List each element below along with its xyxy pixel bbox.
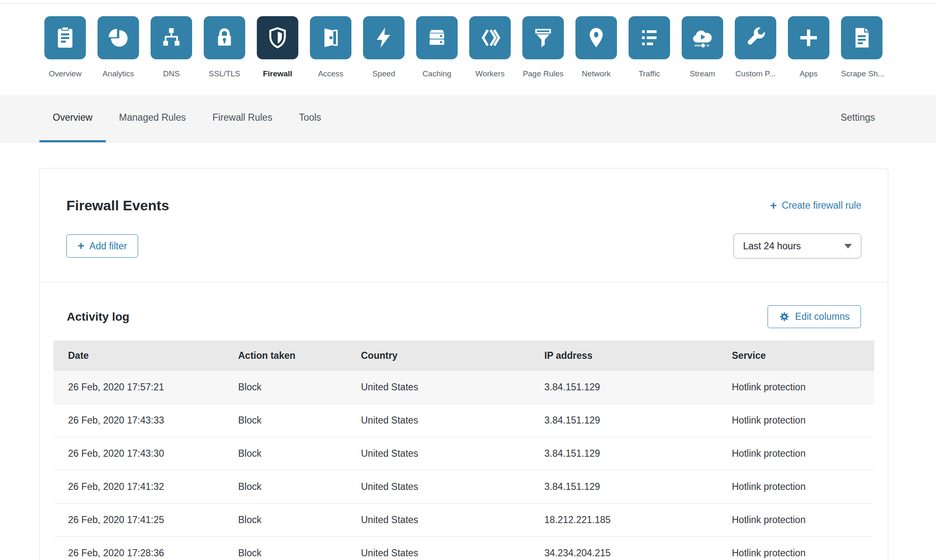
app-nav-item-speed[interactable]: Speed (363, 16, 405, 95)
create-firewall-rule-link[interactable]: + Create firewall rule (770, 200, 861, 212)
access-tile (310, 16, 351, 59)
sitemap-icon (159, 25, 184, 50)
app-nav: Overview Analytics DNS (0, 4, 936, 95)
cell-ip: 18.212.221.185 (530, 504, 717, 537)
page-title: Firewall Events (66, 197, 169, 214)
column-header-country: Country (346, 341, 530, 371)
plus-icon: + (770, 200, 777, 212)
cell-service: Hotlink protection (717, 371, 874, 404)
app-nav-item-traffic[interactable]: Traffic (629, 16, 670, 95)
shield-icon (265, 25, 290, 50)
app-nav-label: Analytics (98, 69, 139, 78)
app-nav-item-firewall[interactable]: Firewall (257, 16, 298, 95)
time-range-value: Last 24 hours (743, 241, 801, 252)
cell-ip: 3.84.151.129 (530, 470, 717, 504)
gear-icon (779, 311, 790, 322)
app-nav-item-stream[interactable]: Stream (682, 16, 723, 95)
tab-tools[interactable]: Tools (285, 95, 334, 142)
caching-tile (416, 16, 458, 59)
app-nav-label: Workers (469, 69, 511, 78)
app-nav-item-scrape-shield[interactable]: Scrape Sh... (841, 16, 882, 95)
column-header-service: Service (717, 341, 874, 371)
cell-service: Hotlink protection (717, 504, 874, 537)
app-nav-label: Stream (682, 69, 723, 78)
app-nav-label: Scrape Sh... (841, 69, 882, 78)
app-nav-label: Page Rules (522, 69, 564, 78)
app-nav-label: DNS (151, 69, 192, 78)
analytics-tile (98, 16, 139, 59)
top-divider (0, 0, 936, 4)
activity-log-section: Activity log Edit columns (40, 282, 888, 560)
app-nav-item-network[interactable]: Network (575, 16, 617, 95)
tab-firewall-rules[interactable]: Firewall Rules (199, 95, 285, 142)
tab-overview[interactable]: Overview (39, 95, 106, 142)
edit-columns-button[interactable]: Edit columns (768, 305, 861, 328)
bolt-icon (371, 25, 396, 50)
page-content: Firewall Events + Create firewall rule +… (0, 143, 936, 560)
app-nav-label: Firewall (257, 69, 298, 78)
app-nav-item-dns[interactable]: DNS (151, 16, 192, 95)
brackets-icon (478, 25, 502, 50)
app-nav-item-apps[interactable]: Apps (788, 16, 829, 95)
table-header-row: Date Action taken Country IP address Ser… (54, 341, 874, 371)
tab-managed-rules[interactable]: Managed Rules (106, 95, 199, 142)
tab-settings[interactable]: Settings (827, 95, 888, 142)
stream-tile (682, 16, 723, 59)
column-header-action-taken: Action taken (224, 341, 346, 371)
activity-log-title: Activity log (67, 310, 129, 324)
firewall-events-header-section: Firewall Events + Create firewall rule +… (40, 168, 888, 282)
app-nav-label: SSL/TLS (204, 69, 245, 78)
page-rules-tile (522, 16, 564, 59)
cell-service: Hotlink protection (717, 437, 874, 470)
cell-action: Block (224, 470, 346, 504)
cell-action: Block (224, 404, 346, 437)
app-nav-label: Overview (44, 69, 86, 78)
table-row[interactable]: 26 Feb, 2020 17:43:30 Block United State… (54, 437, 874, 470)
cell-ip: 3.84.151.129 (530, 437, 717, 470)
app-nav-item-ssl-tls[interactable]: SSL/TLS (204, 16, 245, 95)
app-nav-label: Speed (363, 69, 405, 78)
padlock-icon (212, 25, 237, 50)
table-row[interactable]: 26 Feb, 2020 17:57:21 Block United State… (54, 371, 874, 404)
cell-date: 26 Feb, 2020 17:57:21 (54, 371, 224, 404)
cell-country: United States (346, 537, 530, 560)
network-tile (575, 16, 617, 59)
app-nav-label: Caching (416, 69, 458, 78)
cell-action: Block (224, 537, 346, 560)
app-nav-item-analytics[interactable]: Analytics (98, 16, 139, 95)
table-row[interactable]: 26 Feb, 2020 17:41:25 Block United State… (54, 504, 874, 537)
cell-ip: 3.84.151.129 (530, 371, 717, 404)
cell-ip: 34.234.204.215 (530, 537, 717, 560)
app-nav-label: Apps (788, 69, 829, 78)
cell-service: Hotlink protection (717, 470, 874, 504)
column-header-ip-address: IP address (530, 341, 717, 371)
create-firewall-rule-label: Create firewall rule (782, 200, 861, 211)
cloud-play-icon (690, 25, 715, 50)
apps-tile (788, 16, 829, 59)
chevron-down-icon (844, 244, 852, 248)
app-nav-item-access[interactable]: Access (310, 16, 351, 95)
cell-ip: 3.84.151.129 (530, 404, 717, 437)
firewall-tile (257, 16, 298, 59)
app-nav-item-workers[interactable]: Workers (469, 16, 511, 95)
app-nav-item-caching[interactable]: Caching (416, 16, 458, 95)
app-nav-label: Network (575, 69, 617, 78)
add-filter-button[interactable]: + Add filter (66, 234, 138, 258)
table-row[interactable]: 26 Feb, 2020 17:43:33 Block United State… (54, 404, 874, 437)
wrench-icon (743, 25, 768, 50)
table-row[interactable]: 26 Feb, 2020 17:28:36 Block United State… (54, 537, 874, 560)
traffic-tile (629, 16, 670, 59)
time-range-select[interactable]: Last 24 hours (734, 234, 861, 258)
app-nav-item-custom-pages[interactable]: Custom P... (735, 16, 776, 95)
cell-country: United States (346, 437, 530, 470)
app-nav-item-page-rules[interactable]: Page Rules (522, 16, 564, 95)
workers-tile (469, 16, 511, 59)
custom-pages-tile (735, 16, 776, 59)
app-nav-label: Traffic (629, 69, 670, 78)
plus-icon: + (78, 240, 84, 252)
table-row[interactable]: 26 Feb, 2020 17:41:32 Block United State… (54, 470, 874, 504)
app-nav-item-overview[interactable]: Overview (44, 16, 86, 95)
server-icon (424, 25, 449, 50)
app-nav-label: Custom P... (735, 69, 776, 78)
cell-country: United States (346, 371, 530, 404)
